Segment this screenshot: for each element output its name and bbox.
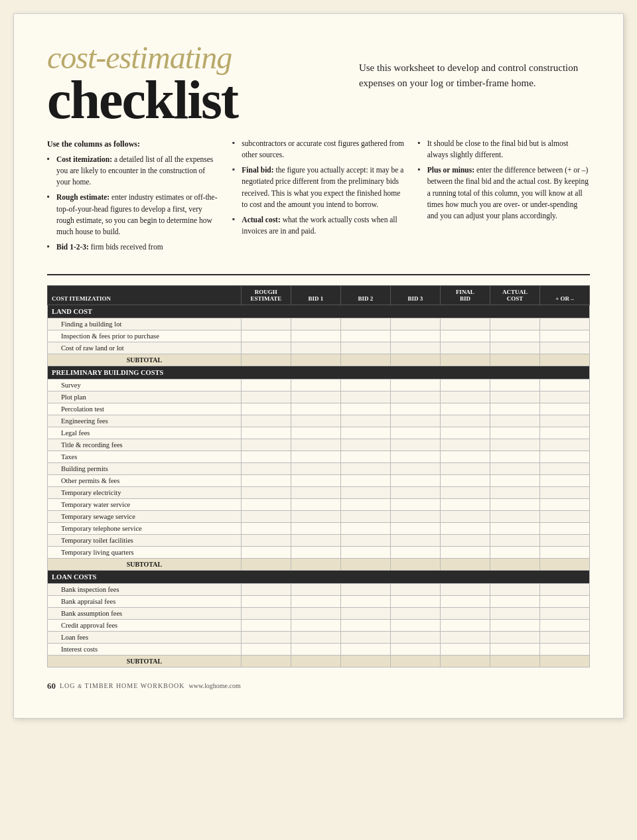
row-cell[interactable]: [291, 595, 340, 607]
row-cell[interactable]: [241, 619, 291, 631]
row-cell[interactable]: [340, 619, 390, 631]
row-cell[interactable]: [440, 522, 490, 534]
row-cell[interactable]: [490, 595, 539, 607]
row-cell[interactable]: [539, 342, 589, 354]
row-cell[interactable]: [490, 427, 539, 439]
row-cell[interactable]: [440, 486, 490, 498]
row-cell[interactable]: [490, 330, 539, 342]
row-cell[interactable]: [440, 427, 490, 439]
row-cell[interactable]: [390, 595, 440, 607]
row-cell[interactable]: [490, 474, 539, 486]
row-cell[interactable]: [490, 451, 539, 462]
row-cell[interactable]: [539, 583, 589, 595]
row-cell[interactable]: [291, 631, 340, 643]
row-cell[interactable]: [490, 498, 539, 510]
row-cell[interactable]: [390, 643, 440, 655]
row-cell[interactable]: [440, 631, 490, 643]
row-cell[interactable]: [390, 330, 440, 342]
row-cell[interactable]: [490, 546, 539, 558]
row-cell[interactable]: [440, 391, 490, 403]
row-cell[interactable]: [539, 462, 589, 474]
row-cell[interactable]: [390, 462, 440, 474]
row-cell[interactable]: [390, 391, 440, 403]
row-cell[interactable]: [340, 522, 390, 534]
row-cell[interactable]: [241, 462, 291, 474]
row-cell[interactable]: [340, 330, 390, 342]
row-cell[interactable]: [490, 486, 539, 498]
row-cell[interactable]: [340, 391, 390, 403]
row-cell[interactable]: [241, 631, 291, 643]
row-cell[interactable]: [340, 643, 390, 655]
row-cell[interactable]: [291, 439, 340, 451]
row-cell[interactable]: [440, 583, 490, 595]
row-cell[interactable]: [490, 342, 539, 354]
row-cell[interactable]: [241, 415, 291, 427]
row-cell[interactable]: [440, 534, 490, 546]
row-cell[interactable]: [340, 498, 390, 510]
row-cell[interactable]: [340, 379, 390, 391]
row-cell[interactable]: [390, 474, 440, 486]
row-cell[interactable]: [340, 607, 390, 619]
row-cell[interactable]: [291, 498, 340, 510]
row-cell[interactable]: [241, 546, 291, 558]
row-cell[interactable]: [539, 486, 589, 498]
row-cell[interactable]: [390, 427, 440, 439]
row-cell[interactable]: [340, 583, 390, 595]
row-cell[interactable]: [440, 643, 490, 655]
row-cell[interactable]: [440, 510, 490, 522]
row-cell[interactable]: [340, 486, 390, 498]
row-cell[interactable]: [539, 510, 589, 522]
row-cell[interactable]: [440, 318, 490, 330]
row-cell[interactable]: [490, 318, 539, 330]
row-cell[interactable]: [291, 534, 340, 546]
row-cell[interactable]: [390, 583, 440, 595]
row-cell[interactable]: [340, 546, 390, 558]
row-cell[interactable]: [390, 342, 440, 354]
row-cell[interactable]: [241, 342, 291, 354]
row-cell[interactable]: [291, 451, 340, 462]
row-cell[interactable]: [440, 403, 490, 415]
row-cell[interactable]: [440, 342, 490, 354]
row-cell[interactable]: [241, 607, 291, 619]
row-cell[interactable]: [390, 403, 440, 415]
row-cell[interactable]: [340, 318, 390, 330]
row-cell[interactable]: [340, 342, 390, 354]
row-cell[interactable]: [291, 474, 340, 486]
row-cell[interactable]: [291, 619, 340, 631]
row-cell[interactable]: [490, 607, 539, 619]
row-cell[interactable]: [291, 462, 340, 474]
row-cell[interactable]: [291, 427, 340, 439]
row-cell[interactable]: [440, 462, 490, 474]
row-cell[interactable]: [390, 510, 440, 522]
row-cell[interactable]: [440, 498, 490, 510]
row-cell[interactable]: [539, 379, 589, 391]
row-cell[interactable]: [390, 619, 440, 631]
row-cell[interactable]: [490, 619, 539, 631]
row-cell[interactable]: [390, 498, 440, 510]
row-cell[interactable]: [539, 403, 589, 415]
row-cell[interactable]: [241, 391, 291, 403]
row-cell[interactable]: [440, 595, 490, 607]
row-cell[interactable]: [490, 534, 539, 546]
row-cell[interactable]: [241, 330, 291, 342]
row-cell[interactable]: [490, 391, 539, 403]
row-cell[interactable]: [340, 474, 390, 486]
row-cell[interactable]: [291, 403, 340, 415]
row-cell[interactable]: [490, 462, 539, 474]
row-cell[interactable]: [291, 318, 340, 330]
row-cell[interactable]: [340, 403, 390, 415]
row-cell[interactable]: [440, 330, 490, 342]
row-cell[interactable]: [539, 474, 589, 486]
row-cell[interactable]: [490, 510, 539, 522]
row-cell[interactable]: [390, 379, 440, 391]
row-cell[interactable]: [390, 451, 440, 462]
row-cell[interactable]: [440, 619, 490, 631]
row-cell[interactable]: [490, 403, 539, 415]
row-cell[interactable]: [241, 534, 291, 546]
row-cell[interactable]: [539, 415, 589, 427]
row-cell[interactable]: [241, 486, 291, 498]
row-cell[interactable]: [539, 318, 589, 330]
row-cell[interactable]: [291, 583, 340, 595]
row-cell[interactable]: [440, 439, 490, 451]
row-cell[interactable]: [291, 522, 340, 534]
